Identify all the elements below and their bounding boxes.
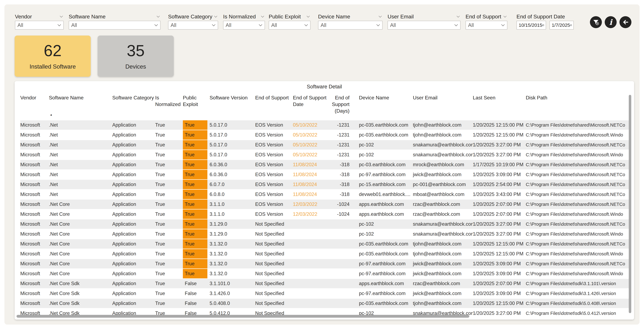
cell-end-of-support-date: 05/10/2022 [293, 120, 330, 130]
cell-public-exploit: True [183, 190, 210, 199]
chevron-down-icon[interactable] [156, 16, 160, 18]
slicer-selected-value: All [71, 22, 77, 28]
slicer-dropdown[interactable]: All [269, 21, 310, 30]
slicer-dropdown[interactable]: All [223, 21, 265, 30]
cell-vendor: Microsoft [20, 170, 49, 179]
clear-filters-button[interactable] [590, 16, 602, 28]
table-row[interactable]: Microsoft .Net Core Application True Tru… [20, 229, 630, 239]
column-header-public-exploit[interactable]: Public Exploit [183, 94, 210, 108]
cell-public-exploit: True [183, 269, 210, 278]
table-row[interactable]: Microsoft .Net Application True True 5.0… [20, 150, 630, 160]
cell-last-seen: 1/20/2025 12:15:00 PM [473, 299, 526, 308]
public-exploit-value: False [183, 289, 210, 298]
cell-device-name: pc-102 [352, 140, 413, 150]
cell-vendor: Microsoft [20, 239, 49, 249]
cell-software-category: Application [112, 239, 155, 249]
slicer-dropdown[interactable]: All [15, 21, 64, 30]
info-button[interactable]: i [605, 16, 617, 28]
column-header-disk-path[interactable]: Disk Path [526, 94, 630, 101]
column-header-vendor[interactable]: Vendor [20, 94, 49, 101]
cell-public-exploit: True [183, 120, 210, 130]
table-row[interactable]: Microsoft .Net Core Application True Tru… [20, 239, 630, 249]
cell-software-version: 6.0.36.0 [210, 170, 255, 179]
calendar-icon[interactable] [570, 23, 572, 28]
date-input-end[interactable]: 1/7/2025 [550, 21, 574, 30]
cell-last-seen: 1/20/2025 3:27:00 PM [473, 150, 526, 160]
column-header-is-normalized[interactable]: Is Normalized [155, 94, 183, 108]
cell-end-of-support-days: -318 [330, 190, 350, 199]
column-header-end-of-support-date[interactable]: End of Support Date [293, 94, 330, 108]
chevron-down-icon [154, 24, 158, 26]
cell-last-seen: 1/20/2025 3:09:00 PM [473, 170, 526, 179]
chevron-down-icon[interactable] [214, 16, 218, 18]
cell-public-exploit: True [183, 140, 210, 150]
slicer-dropdown[interactable]: All [69, 21, 160, 30]
chevron-down-icon[interactable] [378, 16, 382, 18]
cell-software-category: Application [112, 120, 155, 130]
cell-is-normalized: True [155, 259, 183, 268]
cell-software-name: .Net [49, 150, 112, 160]
public-exploit-value: False [183, 299, 210, 308]
table-row[interactable]: Microsoft .Net Core Sdk Application True… [20, 279, 630, 288]
slicer-dropdown[interactable]: All [168, 21, 218, 30]
table-row[interactable]: Microsoft .Net Application True True 6.0… [20, 190, 630, 199]
cell-software-version: 6.0.36.0 [210, 160, 255, 170]
cell-software-name: .Net [49, 170, 112, 179]
table-row[interactable]: Microsoft .Net Application True True 6.0… [20, 170, 630, 179]
table-row[interactable]: Microsoft .Net Core Application True Tru… [20, 269, 630, 278]
column-header-software-version[interactable]: Software Version [210, 94, 255, 101]
column-header-software-category[interactable]: Software Category [112, 94, 155, 101]
table-row[interactable]: Microsoft .Net Core Application True Tru… [20, 200, 630, 209]
cell-device-name: pc-035.earthblock.com [352, 130, 413, 140]
chevron-down-icon[interactable] [60, 16, 63, 18]
cell-device-name: pc-97.earthblock.com [352, 289, 413, 298]
cell-last-seen: 1/20/2025 2:07:00 PM [473, 210, 526, 219]
table-row[interactable]: Microsoft .Net Application True True 6.0… [20, 180, 630, 189]
cell-end-of-support-date: 12/03/2022 [293, 200, 330, 209]
vertical-scrollbar[interactable] [629, 95, 631, 313]
table-row[interactable]: Microsoft .Net Application True True 6.0… [20, 160, 630, 170]
sort-ascending-icon[interactable]: ▲ [50, 113, 52, 116]
cell-device-name: pc-15.earthblock.com [352, 180, 413, 189]
column-header-last-seen[interactable]: Last Seen [473, 94, 526, 101]
chevron-down-icon[interactable] [503, 16, 507, 18]
date-input-start[interactable]: 10/15/2015 [516, 21, 546, 30]
cell-device-name: pc-035.earthblock.com [352, 249, 413, 258]
column-header-end-of-support[interactable]: End of Support [255, 94, 293, 101]
slicer-dropdown[interactable]: All [318, 21, 382, 30]
column-header-software-name[interactable]: Software Name [49, 94, 112, 101]
cell-disk-path: C:\Program Files\dotnet\shared\Microsoft… [526, 210, 630, 219]
table-row[interactable]: Microsoft .Net Core Sdk Application True… [20, 299, 630, 308]
cell-public-exploit: True [183, 170, 210, 179]
back-button[interactable] [620, 16, 632, 28]
column-header-user-email[interactable]: User Email [413, 94, 473, 101]
slicer-dropdown[interactable]: All [388, 21, 460, 30]
table-row[interactable]: Microsoft .Net Application True True 5.0… [20, 120, 630, 130]
cell-software-version: 3.1.101.0 [210, 279, 255, 288]
cell-last-seen: 1/20/2025 12:15:00 PM [473, 130, 526, 140]
chevron-down-icon[interactable] [456, 16, 460, 18]
cell-end-of-support: EOS Version [255, 170, 293, 179]
cell-last-seen: 1/20/2025 3:09:00 PM [473, 289, 526, 298]
table-row[interactable]: Microsoft .Net Application True True 5.0… [20, 140, 630, 150]
table-row[interactable]: Microsoft .Net Application True True 5.0… [20, 130, 630, 140]
table-row[interactable]: Microsoft .Net Core Application True Tru… [20, 210, 630, 219]
cell-end-of-support-days [330, 220, 350, 229]
table-row[interactable]: Microsoft .Net Core Application True Tru… [20, 249, 630, 258]
cell-is-normalized: True [155, 190, 183, 199]
column-header-end-of-support-days[interactable]: End of Support (Days) [330, 94, 350, 114]
cell-end-of-support-date: 11/08/2024 [293, 160, 330, 170]
chevron-down-icon[interactable] [306, 16, 310, 18]
table-row[interactable]: Microsoft .Net Core Sdk Application True… [20, 289, 630, 298]
cell-vendor: Microsoft [20, 289, 49, 298]
calendar-icon[interactable] [542, 23, 544, 28]
table-row[interactable]: Microsoft .Net Core Application True Tru… [20, 220, 630, 229]
chevron-down-icon[interactable] [261, 16, 264, 18]
slicer-dropdown[interactable]: All [466, 21, 507, 30]
cell-software-category: Application [112, 170, 155, 179]
cell-end-of-support: EOS Version [255, 160, 293, 170]
horizontal-scrollbar[interactable] [16, 315, 469, 318]
column-header-device-name[interactable]: Device Name [352, 94, 413, 101]
cell-disk-path: C:\Program Files\dotnet\shared\Microsoft… [526, 180, 630, 189]
table-row[interactable]: Microsoft .Net Core Application True Tru… [20, 259, 630, 268]
